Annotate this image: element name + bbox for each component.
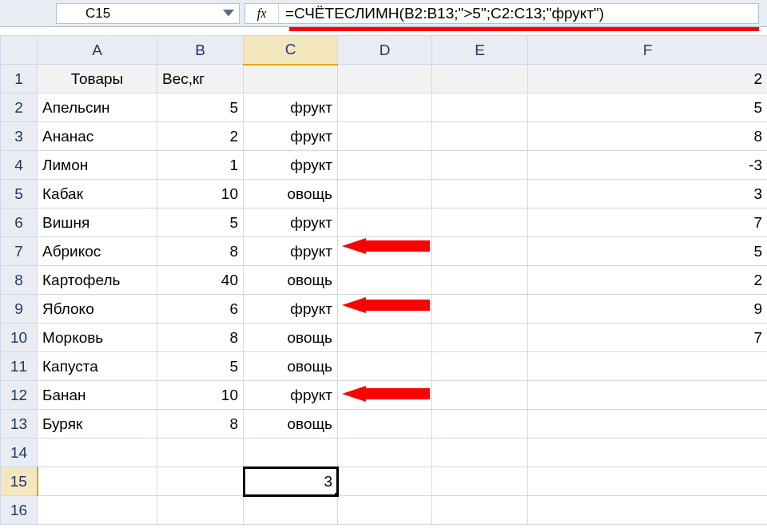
cell-A2[interactable]: Апельсин (38, 93, 157, 122)
cell-F5[interactable]: 3 (528, 180, 768, 208)
cell-B9[interactable]: 6 (157, 295, 244, 324)
cell-B7[interactable]: 8 (157, 237, 244, 266)
row-header-13[interactable]: 13 (1, 410, 38, 439)
fill-handle[interactable] (335, 493, 338, 496)
cell-B3[interactable]: 2 (157, 122, 244, 151)
cell-F16[interactable] (528, 496, 768, 525)
cell-E1[interactable] (432, 65, 528, 93)
cell-B5[interactable]: 10 (157, 180, 244, 208)
cell-A16[interactable] (38, 496, 157, 525)
cell-C6[interactable]: фрукт (244, 208, 338, 237)
cell-C2[interactable]: фрукт (244, 93, 338, 122)
row-header-11[interactable]: 11 (1, 352, 38, 381)
cell-E6[interactable] (432, 208, 528, 237)
cell-C3[interactable]: фрукт (244, 122, 338, 151)
cell-A8[interactable]: Картофель (38, 266, 157, 295)
col-header-C[interactable]: C (244, 36, 338, 65)
cell-D10[interactable] (338, 324, 432, 352)
col-header-A[interactable]: A (38, 36, 157, 65)
cell-F1[interactable]: 2 (528, 65, 768, 93)
cell-A4[interactable]: Лимон (38, 151, 157, 180)
cell-B11[interactable]: 5 (157, 352, 244, 381)
cell-C8[interactable]: овощь (244, 266, 338, 295)
cell-A15[interactable] (38, 467, 157, 496)
cell-B8[interactable]: 40 (157, 266, 244, 295)
cell-D14[interactable] (338, 439, 432, 467)
col-header-F[interactable]: F (528, 36, 768, 65)
cell-D6[interactable] (338, 208, 432, 237)
cell-D3[interactable] (338, 122, 432, 151)
col-header-E[interactable]: E (432, 36, 528, 65)
cell-C11[interactable]: овощь (244, 352, 338, 381)
cell-E10[interactable] (432, 324, 528, 352)
cell-C10[interactable]: овощь (244, 324, 338, 352)
cell-E13[interactable] (432, 410, 528, 439)
cell-E4[interactable] (432, 151, 528, 180)
cell-F4[interactable]: -3 (528, 151, 768, 180)
cell-C5[interactable]: овощь (244, 180, 338, 208)
cell-B16[interactable] (157, 496, 244, 525)
worksheet-grid[interactable]: A B C D E F 1 Товары Вес,кг 2 2 Апельсин (0, 35, 767, 532)
cell-B15[interactable] (157, 467, 244, 496)
row-header-2[interactable]: 2 (1, 93, 38, 122)
cell-F9[interactable]: 9 (528, 295, 768, 324)
cell-C16[interactable] (244, 496, 338, 525)
cell-C9[interactable]: фрукт (244, 295, 338, 324)
row-header-6[interactable]: 6 (1, 208, 38, 237)
name-box-dropdown-icon[interactable] (223, 8, 234, 19)
row-header-12[interactable]: 12 (1, 381, 38, 410)
row-header-7[interactable]: 7 (1, 237, 38, 266)
row-header-5[interactable]: 5 (1, 180, 38, 208)
cell-A13[interactable]: Буряк (38, 410, 157, 439)
cell-F14[interactable] (528, 439, 768, 467)
cell-B6[interactable]: 5 (157, 208, 244, 237)
cell-B2[interactable]: 5 (157, 93, 244, 122)
cell-A11[interactable]: Капуста (38, 352, 157, 381)
row-header-4[interactable]: 4 (1, 151, 38, 180)
cell-A7[interactable]: Абрикос (38, 237, 157, 266)
cell-F3[interactable]: 8 (528, 122, 768, 151)
row-header-16[interactable]: 16 (1, 496, 38, 525)
cell-F15[interactable] (528, 467, 768, 496)
cell-C1[interactable] (244, 65, 338, 93)
cell-B10[interactable]: 8 (157, 324, 244, 352)
cell-E14[interactable] (432, 439, 528, 467)
row-header-10[interactable]: 10 (1, 324, 38, 352)
cell-A5[interactable]: Кабак (38, 180, 157, 208)
cell-B4[interactable]: 1 (157, 151, 244, 180)
cell-D16[interactable] (338, 496, 432, 525)
cell-D2[interactable] (338, 93, 432, 122)
cell-D15[interactable] (338, 467, 432, 496)
cell-A12[interactable]: Банан (38, 381, 157, 410)
cell-C7[interactable]: фрукт (244, 237, 338, 266)
cell-B14[interactable] (157, 439, 244, 467)
cell-A14[interactable] (38, 439, 157, 467)
col-header-D[interactable]: D (338, 36, 432, 65)
cell-F2[interactable]: 5 (528, 93, 768, 122)
cell-C12[interactable]: фрукт (244, 381, 338, 410)
cell-F6[interactable]: 7 (528, 208, 768, 237)
row-header-9[interactable]: 9 (1, 295, 38, 324)
cell-E7[interactable] (432, 237, 528, 266)
formula-input[interactable]: =СЧЁТЕСЛИМН(B2:B13;">5";C2:C13;"фрукт") (279, 4, 758, 23)
cell-F7[interactable]: 5 (528, 237, 768, 266)
cell-A1[interactable]: Товары (38, 65, 157, 93)
cell-D5[interactable] (338, 180, 432, 208)
row-header-8[interactable]: 8 (1, 266, 38, 295)
cell-C4[interactable]: фрукт (244, 151, 338, 180)
cell-E15[interactable] (432, 467, 528, 496)
cell-A3[interactable]: Ананас (38, 122, 157, 151)
cell-D4[interactable] (338, 151, 432, 180)
cell-F13[interactable] (528, 410, 768, 439)
cell-C13[interactable]: овощь (244, 410, 338, 439)
cell-E2[interactable] (432, 93, 528, 122)
col-header-B[interactable]: B (157, 36, 244, 65)
row-header-14[interactable]: 14 (1, 439, 38, 467)
cell-D8[interactable] (338, 266, 432, 295)
cell-A10[interactable]: Морковь (38, 324, 157, 352)
cell-D1[interactable] (338, 65, 432, 93)
row-header-15[interactable]: 15 (1, 467, 38, 496)
cell-E8[interactable] (432, 266, 528, 295)
cell-F11[interactable] (528, 352, 768, 381)
cell-C15[interactable]: 3 (244, 467, 338, 496)
